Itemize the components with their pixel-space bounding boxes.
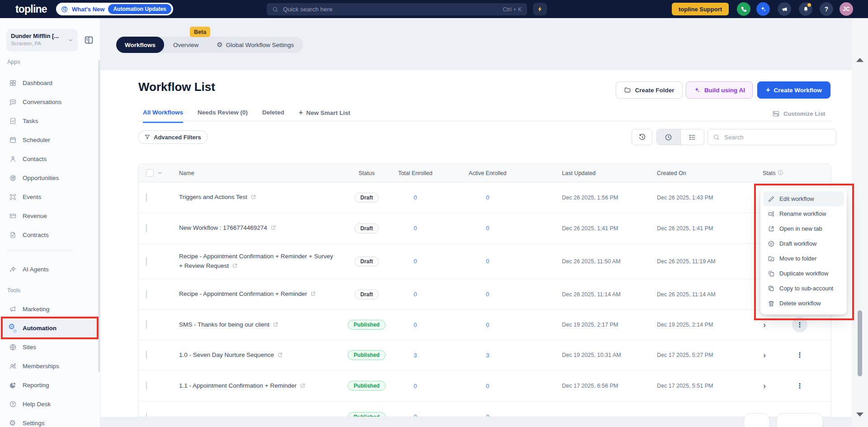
sidebar-item-help-desk[interactable]: Help Desk [0,394,100,413]
ai-assistant-button[interactable] [756,2,770,16]
total-enrolled-value[interactable]: 0 [414,225,417,232]
tab-overview[interactable]: Overview [164,37,208,53]
table-row[interactable]: SMS - Thanks for being our client Publis… [138,310,831,340]
sidebar-scrollbar[interactable] [98,60,100,372]
advanced-filters-button[interactable]: Advanced Filters [138,130,208,144]
active-enrolled-value[interactable]: 3 [486,352,489,359]
sidebar-item-conversations[interactable]: Conversations [0,92,100,111]
menu-item-delete-workflow[interactable]: Delete workflow [763,296,844,311]
sidebar-item-settings[interactable]: ⚙ Settings [0,413,100,427]
total-enrolled-value[interactable]: 0 [414,194,417,201]
menu-item-draft-workflow[interactable]: Draft workflow [763,236,844,251]
sidebar-item-contacts[interactable]: Contacts [0,149,100,168]
quick-actions-button[interactable] [533,3,547,15]
chevron-down-icon[interactable] [157,170,163,176]
sidebar-item-reporting[interactable]: Reporting [0,375,100,394]
collapse-sidebar-icon[interactable] [84,35,94,45]
row-menu-button[interactable]: ⋮ [792,378,807,394]
total-enrolled-value[interactable]: 3 [414,352,417,359]
row-checkbox[interactable] [146,257,147,266]
expand-stats-chevron[interactable]: › [763,382,766,390]
sidebar-item-memberships[interactable]: Memberships [0,356,100,375]
table-row[interactable]: 1.1 - Appointment Confirmation + Reminde… [138,370,831,402]
expand-stats-chevron[interactable]: › [763,321,766,329]
view-toggle-time[interactable] [657,129,680,145]
customize-list-button[interactable]: Customize List [772,110,825,118]
tab-global-workflow-settings[interactable]: ⚙ Global Workflow Settings [208,37,303,53]
tab-deleted[interactable]: Deleted [262,109,284,122]
row-checkbox[interactable] [146,320,147,329]
quick-search-input[interactable] [282,5,499,13]
announcements-button[interactable] [778,2,791,16]
row-checkbox[interactable] [146,413,147,418]
external-link-icon[interactable] [310,291,316,297]
sidebar-item-opportunities[interactable]: Opportunities [0,168,100,187]
column-header-created-on[interactable]: Created On [631,170,727,176]
sidebar-item-events[interactable]: Events [0,187,100,206]
column-header-stats[interactable]: Stats ⓘ [727,169,831,177]
help-button[interactable]: ? [820,2,833,16]
external-link-icon[interactable] [300,383,306,389]
external-link-icon[interactable] [232,263,238,269]
table-search-input[interactable] [723,133,831,141]
support-button[interactable]: topline Support [672,3,729,15]
enrollment-history-button[interactable] [632,129,652,145]
table-row[interactable]: New Workflow : 1766774469274 Draft 0 0 D… [138,213,831,244]
row-menu-button-open[interactable]: ⋮ [792,317,807,332]
external-link-icon[interactable] [277,352,283,358]
avatar[interactable]: JC [840,2,853,16]
sidebar-item-marketing[interactable]: Marketing [0,299,100,318]
table-row[interactable]: 1.0 - Seven Day Nurture Sequence Publish… [138,340,831,370]
total-enrolled-value[interactable]: 0 [414,383,417,389]
tab-workflows[interactable]: Workflows [116,37,164,53]
table-row[interactable]: Recipe - Appointment Confirmation + Remi… [138,279,831,310]
scrollbar-thumb[interactable] [858,310,862,376]
whats-new-pill[interactable]: What's New Automation Updates [56,3,173,15]
page-scrollbar[interactable] [852,18,868,427]
info-icon[interactable]: ⓘ [778,169,783,177]
menu-item-edit-workflow[interactable]: Edit workflow [763,191,844,206]
menu-item-copy-to-sub-account[interactable]: Copy to sub-account [763,281,844,296]
new-smart-list-button[interactable]: + New Smart List [299,109,350,122]
external-link-icon[interactable] [250,194,256,200]
row-checkbox[interactable] [146,224,147,232]
expand-stats-chevron[interactable]: › [763,351,766,359]
active-enrolled-value[interactable]: 0 [486,413,489,417]
table-search[interactable] [708,129,836,145]
total-enrolled-value[interactable]: 0 [414,258,417,265]
active-enrolled-value[interactable]: 0 [486,383,489,389]
column-header-status[interactable]: Status [359,170,374,176]
row-checkbox[interactable] [146,290,147,299]
menu-item-open-in-new-tab[interactable]: Open in new tab [763,221,844,236]
active-enrolled-value[interactable]: 0 [486,225,489,232]
automation-updates-badge[interactable]: Automation Updates [108,4,171,14]
sidebar-item-sites[interactable]: Sites [0,337,100,356]
table-row[interactable]: Triggers and Actions Test Draft 0 0 Dec … [138,182,831,213]
active-enrolled-value[interactable]: 0 [486,258,489,265]
row-checkbox[interactable] [146,351,147,359]
pagination-button[interactable] [776,413,823,427]
sidebar-item-tasks[interactable]: Tasks [0,111,100,130]
total-enrolled-value[interactable]: 0 [414,291,417,298]
sidebar-item-revenue[interactable]: Revenue [0,206,100,225]
external-link-icon[interactable] [273,322,278,327]
active-enrolled-value[interactable]: 0 [486,291,489,298]
sidebar-item-scheduler[interactable]: Scheduler [0,130,100,149]
table-row[interactable]: Published 0 0 ›⋮ [138,402,831,417]
build-using-ai-button[interactable]: Build using AI [686,81,753,99]
column-header-last-updated[interactable]: Last Updated [536,170,631,176]
view-toggle-list[interactable] [680,129,704,145]
scroll-down-arrow[interactable] [856,413,863,417]
quick-search[interactable]: Ctrl + K [267,3,527,15]
row-checkbox[interactable] [146,193,147,202]
table-row[interactable]: Recipe - Appointment Confirmation + Remi… [138,244,831,279]
column-header-total-enrolled[interactable]: Total Enrolled [398,170,433,176]
total-enrolled-value[interactable]: 0 [414,413,417,417]
account-switcher[interactable]: Dunder Mifflin [... Scranton, PA [6,29,78,52]
active-enrolled-value[interactable]: 0 [486,322,489,328]
notifications-button[interactable] [799,2,812,16]
phone-button[interactable] [737,2,750,16]
total-enrolled-value[interactable]: 0 [414,322,417,328]
column-header-active-enrolled[interactable]: Active Enrolled [469,170,506,176]
menu-item-duplicate-workflow[interactable]: Duplicate workflow [763,266,844,281]
